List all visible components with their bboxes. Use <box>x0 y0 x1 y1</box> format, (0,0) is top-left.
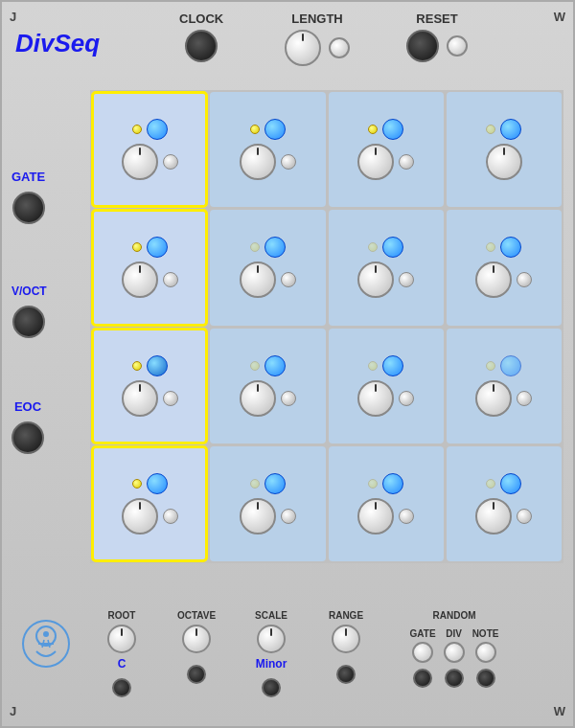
led-yellow-3-3 <box>486 479 495 489</box>
cell-knob-1-0[interactable] <box>122 262 158 298</box>
random-note-label: NOTE <box>472 628 499 639</box>
voct-label: V/OCT <box>12 284 47 298</box>
grid-cell-1-2[interactable] <box>329 210 444 325</box>
cell-knob2-3-0[interactable] <box>163 509 178 524</box>
grid-cell-1-3[interactable] <box>447 210 562 325</box>
cell-knob2-0-2[interactable] <box>399 154 414 170</box>
random-note: NOTE <box>472 628 499 688</box>
led-yellow-2-0 <box>132 361 142 371</box>
app-title: DivSeq <box>15 29 100 58</box>
cell-knob2-0-0[interactable] <box>163 154 178 170</box>
random-control: RANDOM GATE DIV NOTE <box>392 610 517 688</box>
brand-logo <box>21 619 71 669</box>
cell-knob-2-3[interactable] <box>475 380 512 417</box>
clock-section: CLOCK <box>179 11 223 62</box>
grid-cell-3-0[interactable] <box>92 446 207 561</box>
cell-knob-3-2[interactable] <box>357 498 394 535</box>
grid-cell-1-1[interactable] <box>210 210 325 325</box>
cell-knob-1-2[interactable] <box>357 262 394 298</box>
scale-knob[interactable] <box>257 625 286 653</box>
random-gate-knob[interactable] <box>412 642 433 663</box>
cell-knob-1-3[interactable] <box>475 262 512 298</box>
random-gate-jack[interactable] <box>413 669 432 688</box>
led-blue-2-3 <box>500 355 521 376</box>
cell-knob2-3-3[interactable] <box>517 509 532 524</box>
led-blue-3-2 <box>382 473 403 494</box>
cell-knob2-1-3[interactable] <box>517 272 532 287</box>
grid-cell-0-3[interactable] <box>447 92 562 207</box>
grid-cell-2-1[interactable] <box>210 329 325 444</box>
eoc-label: EOC <box>14 399 41 414</box>
led-blue-3-0 <box>147 473 168 494</box>
scale-value: Minor <box>256 657 288 671</box>
grid-cell-2-2[interactable] <box>329 329 444 444</box>
octave-jack[interactable] <box>187 665 206 684</box>
cell-knob-0-3[interactable] <box>486 144 522 180</box>
root-knob[interactable] <box>107 625 136 653</box>
cell-knob2-2-3[interactable] <box>517 391 532 406</box>
cell-knob-3-3[interactable] <box>475 498 512 535</box>
random-div-jack[interactable] <box>445 669 464 688</box>
cell-knob-0-1[interactable] <box>240 144 276 180</box>
led-yellow-1-2 <box>368 242 378 252</box>
led-blue-2-0 <box>147 355 168 376</box>
range-jack[interactable] <box>336 665 356 684</box>
cell-knob-2-1[interactable] <box>240 380 276 417</box>
cell-knob2-1-0[interactable] <box>163 272 178 287</box>
cell-knob-2-0[interactable] <box>122 380 158 417</box>
grid-cell-0-2[interactable] <box>329 92 444 207</box>
reset-knob[interactable] <box>447 35 468 57</box>
cell-knob-2-2[interactable] <box>357 380 394 417</box>
grid-cell-3-1[interactable] <box>210 446 325 561</box>
cell-knob2-0-1[interactable] <box>281 154 296 170</box>
scale-label: SCALE <box>255 610 288 621</box>
random-div-knob[interactable] <box>444 642 465 663</box>
cell-knob2-2-1[interactable] <box>281 391 296 406</box>
cell-knob2-2-0[interactable] <box>163 391 178 406</box>
svg-line-5 <box>48 640 50 648</box>
eoc-jack[interactable] <box>12 421 44 454</box>
led-yellow-1-0 <box>132 242 142 252</box>
scale-jack[interactable] <box>262 678 281 697</box>
root-jack[interactable] <box>112 678 131 697</box>
grid-cell-2-0[interactable] <box>92 329 207 444</box>
led-yellow-3-1 <box>250 479 260 489</box>
grid-cell-2-3[interactable] <box>447 329 562 444</box>
cell-knob2-1-1[interactable] <box>281 272 296 287</box>
cell-knob-1-1[interactable] <box>240 262 276 298</box>
scale-control: SCALE Minor <box>242 610 300 697</box>
led-blue-1-1 <box>264 237 286 258</box>
octave-knob[interactable] <box>182 625 211 653</box>
cell-knob-0-0[interactable] <box>122 144 158 180</box>
reset-section: RESET <box>406 11 468 62</box>
random-note-knob[interactable] <box>475 642 496 663</box>
step-grid <box>90 90 564 563</box>
cell-knob-3-1[interactable] <box>240 498 276 535</box>
gate-jack[interactable] <box>12 192 45 224</box>
grid-cell-1-0[interactable] <box>92 210 207 325</box>
grid-cell-3-2[interactable] <box>329 446 444 561</box>
cell-knob2-1-2[interactable] <box>399 272 414 287</box>
cell-knob2-3-1[interactable] <box>281 509 296 524</box>
length-knob2[interactable] <box>329 37 350 58</box>
cell-knob2-2-2[interactable] <box>399 391 414 406</box>
bottom-controls: ROOT C OCTAVE SCALE Minor RANGE <box>93 610 565 697</box>
cell-knob-3-0[interactable] <box>122 498 158 535</box>
voct-jack[interactable] <box>12 306 45 338</box>
reset-jack[interactable] <box>406 30 439 62</box>
corner-br-label: W <box>554 704 565 718</box>
cell-knob2-3-2[interactable] <box>399 509 414 524</box>
clock-jack[interactable] <box>185 30 218 62</box>
random-note-jack[interactable] <box>476 669 495 688</box>
grid-cell-3-3[interactable] <box>447 446 562 561</box>
led-yellow-1-1 <box>250 242 260 252</box>
grid-cell-0-1[interactable] <box>210 92 325 207</box>
cell-knob-0-2[interactable] <box>357 144 394 180</box>
random-sub-row: GATE DIV NOTE <box>410 628 499 688</box>
length-knob[interactable] <box>285 30 321 66</box>
svg-line-4 <box>42 640 44 648</box>
grid-cell-0-0[interactable] <box>92 92 207 207</box>
corner-tl-label: J <box>10 10 16 24</box>
range-knob[interactable] <box>332 625 360 653</box>
led-blue-3-3 <box>500 473 521 494</box>
